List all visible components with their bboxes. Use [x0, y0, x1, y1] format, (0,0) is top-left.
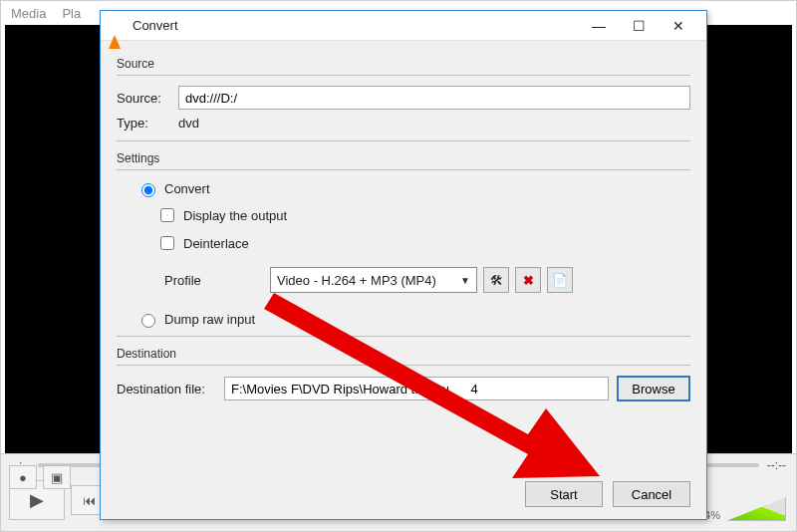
browse-button[interactable]: Browse: [617, 376, 690, 401]
divider: [117, 336, 690, 337]
delete-profile-button[interactable]: ✖: [515, 267, 541, 293]
source-input[interactable]: [178, 86, 690, 110]
profile-value: Video - H.264 + MP3 (MP4): [277, 273, 436, 288]
display-output-label: Display the output: [183, 208, 287, 223]
deinterlace-label: Deinterlace: [183, 236, 249, 251]
profile-label: Profile: [164, 273, 264, 288]
time-total: --:--: [767, 458, 786, 472]
divider: [117, 75, 690, 76]
divider: [117, 140, 690, 141]
minimize-button[interactable]: —: [579, 12, 619, 40]
delete-icon: ✖: [523, 273, 534, 288]
vlc-cone-icon: [109, 18, 125, 34]
type-value: dvd: [178, 116, 199, 131]
snapshot-button[interactable]: ▣: [43, 465, 71, 489]
start-button[interactable]: Start: [525, 481, 603, 507]
edit-profile-button[interactable]: 🛠: [483, 267, 509, 293]
dump-raw-input[interactable]: [141, 314, 155, 328]
new-profile-button[interactable]: 📄: [547, 267, 573, 293]
record-button[interactable]: ●: [9, 465, 37, 489]
type-label: Type:: [117, 116, 170, 131]
convert-dialog: Convert — ☐ ✕ Source Source: Type: dvd S…: [100, 10, 707, 520]
destination-file-input[interactable]: [224, 377, 609, 400]
wrench-icon: 🛠: [490, 273, 503, 288]
chevron-down-icon: ▼: [460, 275, 470, 286]
deinterlace-checkbox[interactable]: Deinterlace: [156, 233, 690, 253]
cancel-button[interactable]: Cancel: [613, 481, 690, 507]
convert-radio-input[interactable]: [141, 183, 155, 197]
dump-raw-label: Dump raw input: [164, 312, 255, 327]
dialog-title: Convert: [133, 18, 579, 33]
menu-playback[interactable]: Pla: [62, 6, 81, 21]
destination-group-label: Destination: [117, 347, 690, 361]
volume-slider[interactable]: [726, 497, 786, 521]
dialog-titlebar[interactable]: Convert — ☐ ✕: [101, 11, 706, 41]
close-button[interactable]: ✕: [659, 12, 698, 40]
source-label: Source:: [117, 91, 170, 106]
dump-raw-radio[interactable]: Dump raw input: [117, 311, 690, 328]
maximize-button[interactable]: ☐: [619, 12, 659, 40]
menu-media[interactable]: Media: [11, 6, 46, 21]
profile-combobox[interactable]: Video - H.264 + MP3 (MP4) ▼: [270, 267, 477, 293]
destination-file-label: Destination file:: [117, 382, 216, 397]
deinterlace-input[interactable]: [160, 236, 174, 250]
convert-radio-label: Convert: [164, 181, 210, 196]
settings-group-label: Settings: [117, 151, 690, 165]
new-profile-icon: 📄: [552, 273, 568, 288]
display-output-input[interactable]: [160, 208, 174, 222]
convert-radio[interactable]: Convert: [117, 180, 690, 197]
source-group-label: Source: [117, 57, 690, 71]
volume-control[interactable]: .04%: [695, 497, 786, 521]
divider: [117, 365, 690, 366]
divider: [117, 169, 690, 170]
display-output-checkbox[interactable]: Display the output: [156, 205, 690, 225]
